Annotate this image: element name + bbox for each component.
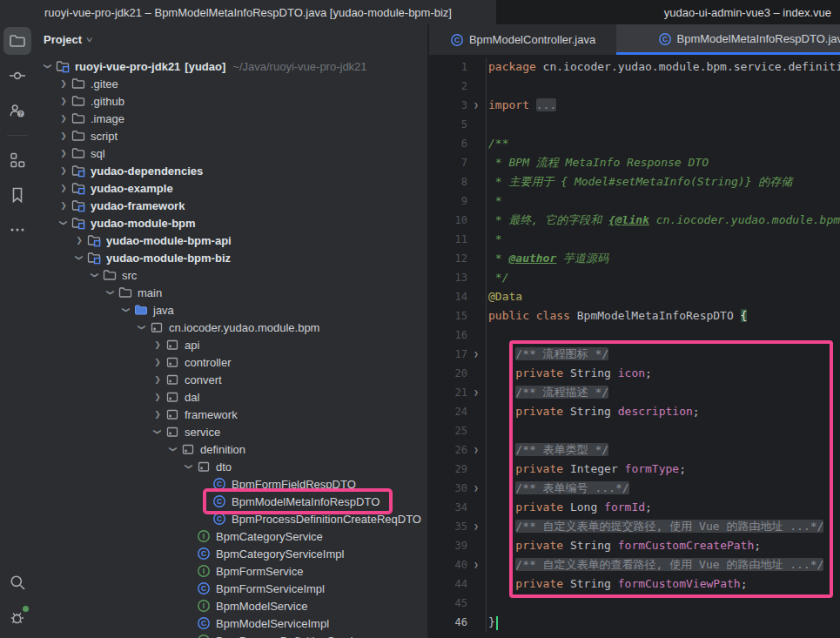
fold-collapsed-icon[interactable]: ❯ — [467, 522, 485, 531]
tree-item-java[interactable]: ❯java — [35, 301, 427, 319]
chevron-collapsed-icon[interactable]: ❯ — [150, 358, 165, 366]
tree-item-bpmformfieldrespdto[interactable]: CBpmFormFieldRespDTO — [35, 475, 427, 493]
tree-item-bpmprocessdefinitionservice[interactable]: IBpmProcessDefinitionService — [35, 632, 427, 638]
chevron-expanded-icon[interactable]: ❯ — [185, 459, 193, 474]
chevron-expanded-icon[interactable]: ❯ — [91, 267, 99, 283]
code-line-17[interactable]: 17❯ /** 流程图标 */ — [429, 345, 840, 364]
fold-collapsed-icon[interactable]: ❯ — [467, 561, 485, 569]
tree-item-api[interactable]: ❯api — [35, 336, 427, 353]
code-line-40[interactable]: 40❯ /** 自定义表单的查看路径, 使用 Vue 的路由地址 ...*/ — [429, 555, 840, 574]
stripe-bookmarks-button[interactable] — [3, 181, 31, 209]
tree-item--image[interactable]: ❯.image — [35, 110, 427, 127]
fold-collapsed-icon[interactable]: ❯ — [467, 350, 485, 359]
stripe-pull-requests-button[interactable]: ? — [3, 97, 31, 124]
code-line-44[interactable]: 44 private String formCustomViewPath; — [429, 574, 840, 594]
tree-item-bpmmodelserviceimpl[interactable]: CBpmModelServiceImpl — [35, 614, 427, 632]
code-line-29[interactable]: 29 private Integer formType; — [429, 460, 840, 479]
tree-item-bpmprocessdefinitioncreatereqdto[interactable]: CBpmProcessDefinitionCreateReqDTO — [35, 510, 427, 527]
tree-item-main[interactable]: ❯main — [35, 284, 427, 301]
code-line-30[interactable]: 30❯ /** 表单编号 ...*/ — [429, 479, 840, 498]
tree-item-yudao-framework[interactable]: ❯yudao-framework — [35, 197, 427, 214]
chevron-collapsed-icon[interactable]: ❯ — [56, 131, 71, 140]
tree-item-cn-iocoder-yudao-module-bpm[interactable]: ❯cn.iocoder.yudao.module.bpm — [35, 319, 427, 336]
tree-item-dto[interactable]: ❯dto — [35, 458, 427, 475]
code-line-16[interactable]: 16 — [429, 326, 840, 345]
code-line-15[interactable]: 15public class BpmModelMetaInfoRespDTO { — [429, 306, 840, 326]
tree-item-yudao-dependencies[interactable]: ❯yudao-dependencies — [35, 162, 427, 179]
chevron-collapsed-icon[interactable]: ❯ — [56, 114, 71, 123]
code-line-11[interactable]: 11 * — [429, 230, 840, 249]
code-line-3[interactable]: 3❯import ... — [429, 96, 840, 115]
tree-item-ruoyi-vue-pro-jdk21[interactable]: ❯ruoyi-vue-pro-jdk21[yudao]~/Java/ruoyi-… — [35, 57, 427, 75]
code-line-26[interactable]: 26❯ /** 表单类型 */ — [429, 440, 840, 460]
code-line-2[interactable]: 2 — [429, 77, 840, 96]
chevron-collapsed-icon[interactable]: ❯ — [150, 393, 165, 401]
chevron-expanded-icon[interactable]: ❯ — [122, 302, 131, 318]
fold-collapsed-icon[interactable]: ❯ — [467, 484, 485, 493]
stripe-debug-button[interactable] — [3, 603, 31, 631]
tree-item-service[interactable]: ❯service — [35, 423, 427, 440]
code-line-6[interactable]: 6/** — [429, 134, 840, 153]
chevron-collapsed-icon[interactable]: ❯ — [150, 375, 165, 384]
chevron-expanded-icon[interactable]: ❯ — [59, 215, 68, 231]
chevron-collapsed-icon[interactable]: ❯ — [71, 236, 87, 245]
code-line-5[interactable]: 5 — [429, 115, 840, 134]
fold-collapsed-icon[interactable]: ❯ — [467, 446, 485, 454]
tree-item-bpmformservice[interactable]: IBpmFormService — [35, 562, 427, 580]
tree-item-yudao-module-bpm-api[interactable]: ❯yudao-module-bpm-api — [35, 232, 427, 249]
tree-item-dal[interactable]: ❯dal — [35, 388, 427, 406]
code-line-14[interactable]: 14@Data — [429, 287, 840, 306]
tree-item-convert[interactable]: ❯convert — [35, 371, 427, 388]
code-line-24[interactable]: 24 private String description; — [429, 402, 840, 421]
tree-item-bpmmodelservice[interactable]: IBpmModelService — [35, 597, 427, 614]
stripe-commit-button[interactable] — [3, 62, 31, 90]
stripe-more-tools-button[interactable] — [3, 216, 31, 244]
code-line-10[interactable]: 10 * 最终, 它的字段和 {@link cn.iocoder.yudao.m… — [429, 211, 840, 230]
chevron-collapsed-icon[interactable]: ❯ — [56, 201, 71, 210]
chevron-collapsed-icon[interactable]: ❯ — [150, 340, 165, 349]
chevron-expanded-icon[interactable]: ❯ — [106, 285, 115, 300]
code-line-20[interactable]: 20 private String icon; — [429, 364, 840, 383]
chevron-collapsed-icon[interactable]: ❯ — [56, 97, 71, 105]
tree-item-sql[interactable]: ❯sql — [35, 144, 427, 162]
tree-item-yudao-module-bpm[interactable]: ❯yudao-module-bpm — [35, 214, 427, 232]
code-line-1[interactable]: 1package cn.iocoder.yudao.module.bpm.ser… — [429, 57, 840, 77]
chevron-collapsed-icon[interactable]: ❯ — [56, 184, 71, 192]
code-line-8[interactable]: 8 * 主要用于 { Model#setMetaInfo(String)} 的存… — [429, 172, 840, 191]
chevron-expanded-icon[interactable]: ❯ — [169, 441, 178, 457]
tree-item-controller[interactable]: ❯controller — [35, 353, 427, 371]
tree-item-bpmcategoryserviceimpl[interactable]: CBpmCategoryServiceImpl — [35, 545, 427, 562]
editor-tab-bpmmodelcontroller-java[interactable]: CBpmModelController.java — [429, 24, 616, 55]
tree-item-yudao-module-bpm-biz[interactable]: ❯yudao-module-bpm-biz — [35, 249, 427, 266]
fold-collapsed-icon[interactable]: ❯ — [467, 101, 485, 110]
code-line-21[interactable]: 21❯ /** 流程描述 */ — [429, 383, 840, 402]
code-line-35[interactable]: 35❯ /** 自定义表单的提交路径, 使用 Vue 的路由地址 ...*/ — [429, 517, 840, 536]
tree-item-definition[interactable]: ❯definition — [35, 440, 427, 458]
stripe-structure-button[interactable] — [3, 146, 31, 174]
tree-item--gitee[interactable]: ❯.gitee — [35, 75, 427, 92]
stripe-search-button[interactable] — [3, 568, 31, 596]
code-line-13[interactable]: 13 */ — [429, 268, 840, 287]
chevron-collapsed-icon[interactable]: ❯ — [56, 166, 71, 175]
code-editor[interactable]: 1package cn.iocoder.yudao.module.bpm.ser… — [429, 55, 840, 638]
fold-collapsed-icon[interactable]: ❯ — [467, 388, 485, 397]
code-line-7[interactable]: 7 * BPM 流程 MetaInfo Response DTO — [429, 153, 840, 172]
tree-item-bpmformserviceimpl[interactable]: CBpmFormServiceImpl — [35, 580, 427, 597]
code-line-9[interactable]: 9 * — [429, 191, 840, 211]
chevron-expanded-icon[interactable]: ❯ — [138, 319, 146, 335]
tree-item-yudao-example[interactable]: ❯yudao-example — [35, 179, 427, 197]
code-line-12[interactable]: 12 * @author 芋道源码 — [429, 249, 840, 268]
stripe-project-button[interactable] — [3, 27, 31, 55]
tree-item--github[interactable]: ❯.github — [35, 92, 427, 110]
code-line-25[interactable]: 25 — [429, 421, 840, 440]
chevron-collapsed-icon[interactable]: ❯ — [56, 149, 71, 158]
chevron-expanded-icon[interactable]: ❯ — [75, 250, 84, 265]
code-line-45[interactable]: 45 — [429, 594, 840, 613]
chevron-collapsed-icon[interactable]: ❯ — [150, 410, 165, 419]
code-line-34[interactable]: 34 private Long formId; — [429, 498, 840, 517]
tree-item-script[interactable]: ❯script — [35, 127, 427, 144]
chevron-expanded-icon[interactable]: ❯ — [153, 424, 162, 440]
tree-item-src[interactable]: ❯src — [35, 266, 427, 284]
editor-tab-bpmmodelmetainforespdto-java[interactable]: CBpmModelMetaInfoRespDTO.java — [616, 24, 840, 55]
tree-item-bpmcategoryservice[interactable]: IBpmCategoryService — [35, 527, 427, 545]
